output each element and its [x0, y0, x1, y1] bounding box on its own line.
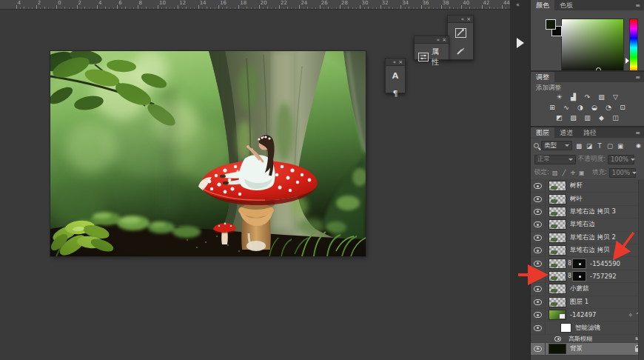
saturation-brightness-field[interactable] [561, 19, 624, 77]
layer-mask-thumbnail[interactable] [572, 271, 586, 281]
adjustments-menu-icon[interactable]: ≡ [635, 74, 640, 81]
color-panel-menu-icon[interactable]: ≡ [635, 2, 640, 9]
layer-mask-thumbnail[interactable] [572, 259, 586, 269]
eye-icon[interactable] [534, 325, 542, 331]
filter-kind-icon[interactable]: ▢ [606, 142, 614, 150]
layer-thumbnail[interactable] [549, 207, 566, 217]
layer-thumbnail[interactable] [549, 219, 566, 230]
tab-color[interactable]: 颜色 [531, 0, 554, 10]
brush-settings-icon[interactable] [452, 25, 469, 40]
filter-kind-icon[interactable]: ▩ [574, 142, 583, 150]
layer-thumbnail[interactable] [560, 323, 571, 333]
paragraph-panel-icon[interactable]: ¶ [387, 86, 403, 101]
layer-row[interactable]: 草堆右边 拷贝 [531, 244, 644, 257]
layer-row[interactable]: 树秆 [531, 180, 644, 193]
adjustment-icon[interactable]: ◔ [603, 102, 614, 112]
layer-thumbnail[interactable] [549, 181, 566, 191]
layer-thumbnail[interactable] [549, 259, 566, 269]
layer-row[interactable]: 小蘑菇 [531, 283, 644, 296]
layer-thumbnail[interactable] [549, 297, 566, 307]
blend-mode-dropdown[interactable]: 正常 [534, 155, 576, 164]
adjustment-icon[interactable]: ☀ [554, 92, 565, 101]
layer-thumbnail[interactable] [549, 344, 566, 354]
layer-row[interactable]: 草堆右边 拷贝 3 [531, 206, 644, 219]
layer-row[interactable]: 智能滤镜 [531, 321, 644, 335]
eye-icon[interactable] [534, 312, 542, 318]
lock-icon[interactable]: ✛ [569, 170, 577, 176]
adjustment-icon[interactable]: ◫ [610, 113, 621, 122]
type-dock-header[interactable]: « × [386, 59, 405, 66]
adjustment-icon[interactable]: ◆ [596, 113, 607, 122]
adjustment-icon[interactable]: ▟ [568, 92, 579, 101]
eye-icon[interactable] [534, 209, 542, 215]
adjustment-icon[interactable]: ◑ [575, 102, 586, 112]
close-icon[interactable]: × [466, 16, 471, 22]
collapse-icon[interactable]: « [437, 37, 440, 43]
filter-toggle-icon[interactable]: ◉ [636, 142, 641, 149]
properties-dock-header[interactable]: « × [415, 36, 449, 44]
layer-row[interactable]: 树叶 [531, 193, 644, 205]
adjustment-icon[interactable]: ⊞ [547, 102, 558, 112]
eye-icon[interactable] [534, 183, 542, 189]
layer-row[interactable]: -142497✧⌃ [531, 309, 644, 321]
eye-icon[interactable] [534, 261, 542, 267]
layer-thumbnail[interactable] [549, 194, 566, 204]
filter-kind-icon[interactable]: T [595, 142, 604, 150]
filter-kind-icon[interactable]: ◪ [585, 142, 594, 150]
lock-icon[interactable]: ╱ [560, 170, 568, 176]
adjustment-icon[interactable]: ▽ [610, 92, 621, 101]
tab-channels[interactable]: 通道 [554, 127, 578, 138]
filter-kind-icon[interactable]: ▣ [616, 142, 625, 150]
filter-type-dropdown[interactable]: 类型 [541, 141, 572, 150]
expand-panels-icon[interactable]: « [516, 1, 520, 8]
layer-row[interactable]: 8-1545590 [531, 257, 644, 270]
adjustment-icon[interactable]: ▧ [596, 92, 607, 101]
adjustment-icon[interactable]: ◒ [589, 102, 600, 112]
adjustment-icon[interactable]: ∿ [561, 102, 572, 112]
hue-slider[interactable] [629, 19, 638, 77]
layer-row[interactable]: 8-757292 [531, 270, 644, 283]
close-icon[interactable]: × [398, 59, 403, 65]
opacity-field[interactable]: 100% [608, 155, 634, 164]
character-panel-icon[interactable]: A [387, 68, 403, 83]
layer-thumbnail[interactable] [549, 245, 566, 256]
eye-icon[interactable] [534, 346, 542, 352]
adjustment-icon[interactable]: ⊡ [617, 102, 628, 112]
eye-icon[interactable] [554, 336, 561, 341]
collapse-icon[interactable]: « [461, 16, 464, 22]
canvas-image[interactable] [50, 51, 366, 256]
layer-row[interactable]: 草堆右边 [531, 219, 644, 231]
layer-row[interactable]: 背景 [531, 343, 644, 356]
layer-row[interactable]: 高斯模糊⇆ [531, 335, 644, 343]
tab-swatches[interactable]: 色板 [554, 0, 578, 10]
eye-icon[interactable] [534, 196, 542, 202]
adjustment-icon[interactable]: ▨ [568, 113, 579, 122]
fill-field[interactable]: 100% [609, 168, 636, 178]
tab-adjustments[interactable]: 调整 [531, 72, 554, 82]
close-icon[interactable]: × [442, 37, 446, 43]
eye-icon[interactable] [534, 235, 542, 241]
collapse-icon[interactable]: « [393, 59, 396, 65]
layer-thumbnail[interactable] [549, 310, 566, 320]
layer-thumbnail[interactable] [549, 284, 566, 294]
eye-icon[interactable] [534, 273, 542, 279]
layer-right-icon[interactable]: ✧ [628, 312, 634, 319]
layer-row[interactable]: 草堆右边 拷贝 2 [531, 232, 644, 244]
layers-menu-icon[interactable]: ≡ [635, 130, 640, 136]
eye-icon[interactable] [534, 247, 542, 253]
brush-icon[interactable] [452, 43, 469, 58]
layer-thumbnail[interactable] [549, 271, 566, 281]
tab-paths[interactable]: 路径 [578, 127, 602, 138]
lock-icon[interactable]: ▣ [578, 170, 586, 176]
lock-icon[interactable]: ▨ [551, 170, 559, 176]
layer-row[interactable]: 图层 1 [531, 296, 644, 309]
adjustment-icon[interactable]: ◩ [554, 113, 565, 122]
adjustment-icon[interactable]: ▥ [582, 113, 593, 122]
actions-panel-icon[interactable] [517, 38, 524, 48]
foreground-color-swatch[interactable] [546, 19, 556, 30]
layers-scrollbar[interactable] [638, 180, 644, 360]
adjustment-icon[interactable]: ↷ [582, 92, 593, 101]
tab-layers[interactable]: 图层 [531, 127, 554, 138]
eye-icon[interactable] [534, 286, 542, 292]
brush-dock-header[interactable]: « × [448, 16, 473, 23]
